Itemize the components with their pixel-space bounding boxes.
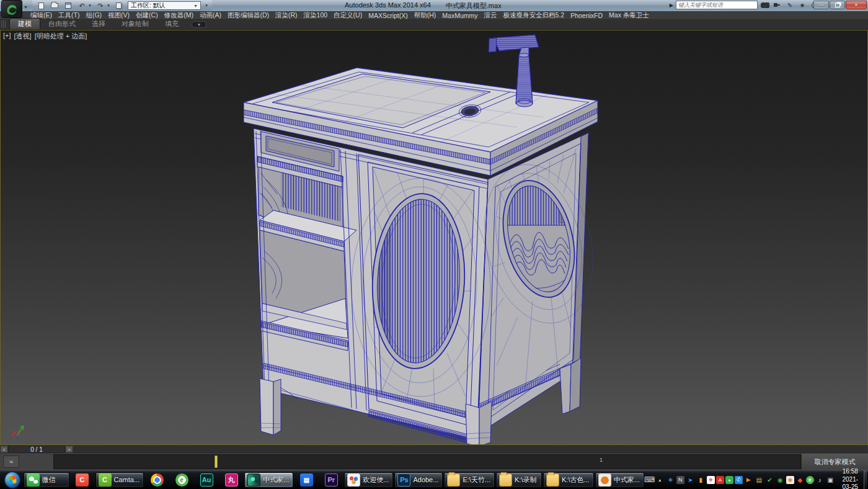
- taskbar-button-wan-toolbox[interactable]: 丸: [219, 472, 243, 488]
- menu-item[interactable]: Max 杀毒卫士: [606, 11, 652, 20]
- communication-center-icon[interactable]: ✎: [785, 1, 795, 9]
- previous-frame-button[interactable]: <: [0, 446, 8, 453]
- ribbon-tab-object-paint[interactable]: 对象绘制: [113, 19, 157, 29]
- menu-item[interactable]: 图形编辑器(D): [224, 11, 272, 20]
- time-slider-track[interactable]: [74, 446, 867, 453]
- taskbar-button-folder-k-guse[interactable]: K:\古色...: [543, 472, 594, 488]
- taskbar-button-photoshop-window[interactable]: Ps Adobe...: [394, 472, 443, 488]
- menu-item[interactable]: PhoenixFD: [567, 12, 606, 19]
- undo-caret-icon[interactable]: ▼: [88, 4, 92, 7]
- title-bar: ▼ ↶▼ ↷▼ 工作区: 默认 ▼ ▼ Autodesk 3ds Max 201…: [0, 0, 868, 11]
- frame-display[interactable]: 0 / 1: [8, 446, 65, 453]
- app-menu-button[interactable]: [1, 0, 22, 18]
- infocenter-search-input[interactable]: [676, 1, 758, 9]
- taskbar-button-chrome[interactable]: [145, 472, 169, 488]
- tray-pdf-icon[interactable]: A: [716, 476, 724, 484]
- tray-input-method-icon[interactable]: ✳: [666, 475, 675, 485]
- workspace-selector[interactable]: 工作区: 默认 ▼: [128, 1, 201, 10]
- tray-keyboard-icon[interactable]: ⌨: [645, 475, 654, 485]
- save-file-button[interactable]: [63, 1, 73, 10]
- taskbar-button-camtasia-window[interactable]: C Camta...: [95, 472, 144, 488]
- windows-logo-icon: [8, 475, 17, 484]
- taskbar-button-3dsmax-window[interactable]: 中式家...: [244, 472, 293, 488]
- tray-expand-icon[interactable]: ▴: [655, 475, 665, 485]
- redo-caret-icon[interactable]: ▼: [107, 4, 110, 7]
- viewport-menu-shading[interactable]: [明暗处理 + 边面]: [35, 32, 87, 41]
- tray-recorder-icon[interactable]: ◉: [786, 476, 794, 484]
- tray-browser-e-icon[interactable]: e: [806, 476, 814, 484]
- perspective-viewport[interactable]: [+] [透视] [明暗处理 + 边面]: [0, 30, 868, 445]
- taskbar-button-label: E:\天竹...: [463, 475, 490, 485]
- start-button[interactable]: [4, 472, 20, 488]
- taskbar-button-welcome-window[interactable]: 欢迎使...: [344, 472, 393, 488]
- taskbar-button-recorder-window[interactable]: 中式家...: [595, 472, 644, 488]
- menu-item[interactable]: 渲染(R): [272, 11, 301, 20]
- close-button[interactable]: ×: [846, 1, 867, 9]
- ribbon-tab-freeform[interactable]: 自由形式: [40, 19, 84, 29]
- tray-safely-remove-icon[interactable]: ✔: [765, 475, 774, 485]
- tray-nvidia-icon[interactable]: N: [676, 476, 684, 484]
- menu-item[interactable]: 动画(A): [197, 11, 224, 20]
- next-frame-button[interactable]: >: [65, 446, 73, 453]
- tray-app-dots-icon[interactable]: ❖: [707, 476, 715, 484]
- menu-item[interactable]: 帮助(H): [411, 11, 440, 20]
- taskbar-button-label: K:\古色...: [562, 475, 590, 485]
- tray-mail-icon[interactable]: ▤: [755, 475, 764, 485]
- taskbar-button-folder-e-tianzhu[interactable]: E:\天竹...: [444, 472, 495, 488]
- menu-item[interactable]: 渲染100: [301, 11, 331, 20]
- track-bar[interactable]: 1: [53, 454, 801, 469]
- save-icon: [65, 2, 71, 9]
- taskbar-button-audition[interactable]: Au: [195, 472, 218, 488]
- taskbar-button-label: Camta...: [114, 476, 140, 483]
- ribbon-tab-selection[interactable]: 选择: [84, 19, 113, 29]
- taskbar-button-camtasia[interactable]: C: [71, 472, 94, 488]
- current-frame-marker[interactable]: [215, 455, 218, 468]
- ribbon-config-button[interactable]: ▼: [192, 21, 206, 28]
- taskbar-button-360-browser[interactable]: e: [170, 472, 193, 488]
- tray-network-icon[interactable]: ▣: [826, 475, 835, 485]
- menu-item[interactable]: 自定义(U): [330, 11, 365, 20]
- tray-phone-manager-icon[interactable]: ✆: [735, 476, 743, 484]
- taskbar-button-premiere[interactable]: Pr: [319, 472, 343, 488]
- restore-button[interactable]: [830, 1, 845, 9]
- tray-security-shield-icon[interactable]: ◆: [795, 475, 805, 485]
- new-file-button[interactable]: [36, 1, 46, 10]
- tray-downloader-icon[interactable]: ▶: [744, 475, 753, 485]
- cabinet-wireframe-model[interactable]: [244, 35, 609, 444]
- tray-usb-drive-icon[interactable]: ▮: [696, 475, 706, 485]
- viewport-menu-plus[interactable]: [+]: [3, 32, 11, 41]
- viewport-3d-scene[interactable]: [1, 30, 867, 444]
- tray-wechat-icon[interactable]: ●: [725, 476, 733, 484]
- menu-item[interactable]: 渲云: [481, 11, 500, 20]
- tray-game-box-icon[interactable]: ◉: [776, 475, 785, 485]
- workspace-menu-caret-icon[interactable]: ▼: [205, 4, 208, 7]
- search-icon[interactable]: [760, 1, 770, 9]
- tray-volume-icon[interactable]: ♪: [815, 475, 825, 485]
- undo-button[interactable]: ↶: [77, 1, 87, 10]
- subscription-key-icon[interactable]: [773, 1, 782, 9]
- infocenter-expand-icon[interactable]: ▶: [670, 2, 673, 8]
- app-menu-caret-icon[interactable]: ▼: [24, 5, 28, 9]
- menu-item[interactable]: MaxMummy: [439, 12, 480, 19]
- taskbar-app-icon: C: [99, 473, 112, 487]
- menu-item[interactable]: 极速瘦身安全归档5.2: [500, 11, 568, 20]
- taskbar-app-icon: [27, 473, 40, 487]
- project-folder-button[interactable]: [114, 1, 124, 10]
- favorites-star-icon[interactable]: ★: [797, 1, 807, 9]
- menu-item[interactable]: MAXScript(X): [365, 12, 411, 19]
- tray-paperplane-icon[interactable]: ➤: [686, 475, 695, 485]
- taskbar-button-media-app[interactable]: ▤: [294, 472, 318, 488]
- show-desktop-button[interactable]: [864, 470, 867, 489]
- mini-curve-editor-button[interactable]: ≈: [3, 455, 19, 468]
- open-file-button[interactable]: [50, 1, 60, 10]
- viewport-menu-view[interactable]: [透视]: [14, 32, 32, 41]
- ribbon-tab-modeling[interactable]: 建模: [9, 18, 40, 29]
- taskbar-button-folder-k-record[interactable]: K:\录制: [496, 472, 542, 488]
- taskbar-button-wechat[interactable]: 微信: [24, 472, 69, 488]
- minimize-button[interactable]: —: [813, 1, 829, 9]
- ribbon-grip-handle[interactable]: [1, 20, 6, 28]
- document-title: 中式家具模型.max: [446, 1, 502, 11]
- redo-button[interactable]: ↷: [95, 1, 105, 10]
- taskbar-clock[interactable]: 16:58 2021-03-25: [841, 468, 860, 489]
- ribbon-tab-populate[interactable]: 填充: [157, 19, 187, 29]
